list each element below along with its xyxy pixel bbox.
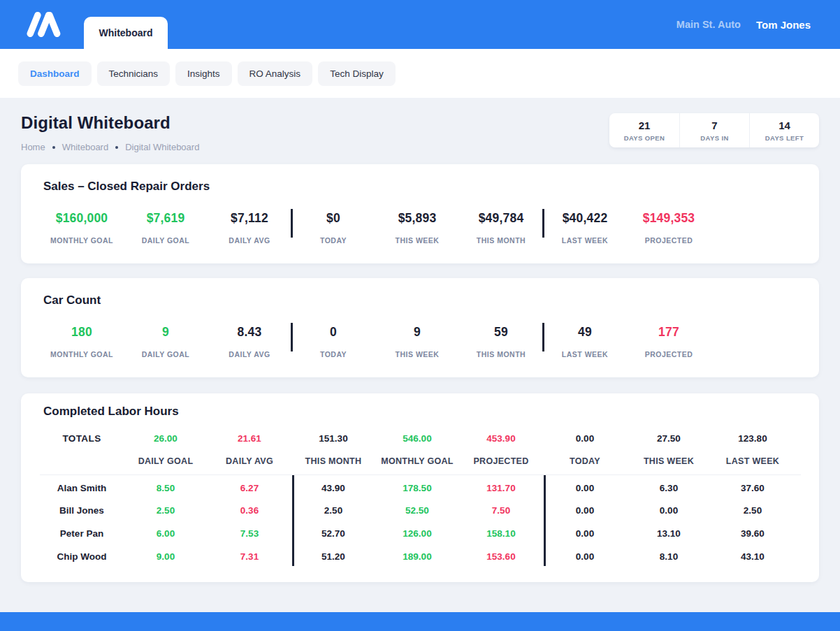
stat-daily-goal: 9 DAILY GOAL <box>124 325 208 358</box>
days-in-cell: 7 DAYS IN <box>679 113 749 147</box>
period-summary-card: 21 DAYS OPEN 7 DAYS IN 14 DAYS LEFT <box>609 113 819 147</box>
tech-name: Bill Jones <box>40 505 124 516</box>
brand-logo-icon[interactable] <box>25 8 61 41</box>
labor-card-title: Completed Labor Hours <box>21 405 819 419</box>
labor-totals-row: TOTALS 26.00 21.61 151.30 546.00 453.90 … <box>21 433 819 444</box>
stat-last-week: 49 LAST WEEK <box>543 325 627 358</box>
tech-name: Peter Pan <box>40 528 124 539</box>
stat-today: $0 TODAY <box>291 211 375 245</box>
labor-hours-card: Completed Labor Hours TOTALS 26.00 21.61… <box>21 393 819 582</box>
days-open-label: DAYS OPEN <box>609 134 679 142</box>
days-left-cell: 14 DAYS LEFT <box>749 113 819 147</box>
tech-name: Chip Wood <box>40 551 124 562</box>
stat-daily-avg: $7,112 DAILY AVG <box>208 211 291 245</box>
stat-last-week: $40,422 LAST WEEK <box>543 211 627 245</box>
col-last-week: LAST WEEK <box>711 456 795 466</box>
nav-tab-dashboard[interactable]: Dashboard <box>18 61 92 86</box>
nav-tab-technicians[interactable]: Technicians <box>97 61 171 86</box>
stat-projected: 177 PROJECTED <box>627 325 711 358</box>
primary-nav: Dashboard Technicians Insights RO Analys… <box>0 49 840 98</box>
stat-daily-goal: $7,619 DAILY GOAL <box>124 211 208 245</box>
days-left-value: 14 <box>750 119 819 131</box>
days-in-value: 7 <box>680 119 749 131</box>
app-header: Whiteboard Main St. Auto Tom Jones <box>0 0 840 49</box>
labor-table-body: Alan Smith 8.50 6.27 43.90 178.50 131.70… <box>21 475 819 567</box>
tech-name: Alan Smith <box>40 483 124 493</box>
totals-label: TOTALS <box>40 433 124 444</box>
car-count-card-title: Car Count <box>21 293 819 307</box>
labor-column-headers: DAILY GOAL DAILY AVG THIS MONTH MONTHLY … <box>21 456 819 466</box>
days-left-label: DAYS LEFT <box>750 134 819 142</box>
days-open-value: 21 <box>609 119 679 131</box>
nav-tab-insights[interactable]: Insights <box>175 61 232 86</box>
page-title: Digital Whiteboard <box>21 113 199 133</box>
days-open-cell: 21 DAYS OPEN <box>609 113 679 147</box>
breadcrumb-separator-dot <box>52 146 55 149</box>
nav-tab-ro-analysis[interactable]: RO Analysis <box>238 61 313 86</box>
stat-this-month: 59 THIS MONTH <box>459 325 543 358</box>
col-this-week: THIS WEEK <box>627 456 711 466</box>
table-row: Bill Jones 2.50 0.36 2.50 52.50 7.50 0.0… <box>21 500 819 523</box>
breadcrumb-whiteboard[interactable]: Whiteboard <box>62 142 108 152</box>
nav-tab-tech-display[interactable]: Tech Display <box>318 61 396 86</box>
sales-card-title: Sales – Closed Repair Orders <box>21 180 819 194</box>
col-today: TODAY <box>543 456 627 466</box>
main-content: Digital Whiteboard Home Whiteboard Digit… <box>0 113 840 582</box>
col-daily-avg: DAILY AVG <box>208 456 291 466</box>
stat-projected: $149,353 PROJECTED <box>627 211 711 245</box>
breadcrumb-home[interactable]: Home <box>21 142 45 152</box>
stat-this-week: 9 THIS WEEK <box>375 325 459 358</box>
days-in-label: DAYS IN <box>680 134 749 142</box>
stat-daily-avg: 8.43 DAILY AVG <box>208 325 291 358</box>
car-count-card: Car Count 180 MONTHLY GOAL 9 DAILY GOAL … <box>21 278 819 377</box>
stat-this-week: $5,893 THIS WEEK <box>375 211 459 245</box>
stat-monthly-goal: $160,000 MONTHLY GOAL <box>40 211 124 245</box>
col-monthly-goal: MONTHLY GOAL <box>375 456 459 466</box>
workspace-tab-whiteboard[interactable]: Whiteboard <box>84 17 168 49</box>
breadcrumb: Home Whiteboard Digital Whiteboard <box>21 142 199 152</box>
table-row: Peter Pan 6.00 7.53 52.70 126.00 158.10 … <box>21 522 819 545</box>
breadcrumb-separator-dot <box>115 146 118 149</box>
user-menu[interactable]: Tom Jones <box>756 19 811 31</box>
stat-monthly-goal: 180 MONTHLY GOAL <box>40 325 124 358</box>
table-row: Alan Smith 8.50 6.27 43.90 178.50 131.70… <box>21 477 819 500</box>
col-this-month: THIS MONTH <box>291 456 375 466</box>
table-row: Chip Wood 9.00 7.31 51.20 189.00 153.60 … <box>21 545 819 568</box>
stat-this-month: $49,784 THIS MONTH <box>459 211 543 245</box>
breadcrumb-current: Digital Whiteboard <box>125 142 199 152</box>
company-selector[interactable]: Main St. Auto <box>676 19 741 30</box>
stat-today: 0 TODAY <box>291 325 375 358</box>
col-projected: PROJECTED <box>459 456 543 466</box>
sales-card: Sales – Closed Repair Orders $160,000 MO… <box>21 164 819 263</box>
footer-bar <box>0 612 840 631</box>
col-daily-goal: DAILY GOAL <box>124 456 208 466</box>
